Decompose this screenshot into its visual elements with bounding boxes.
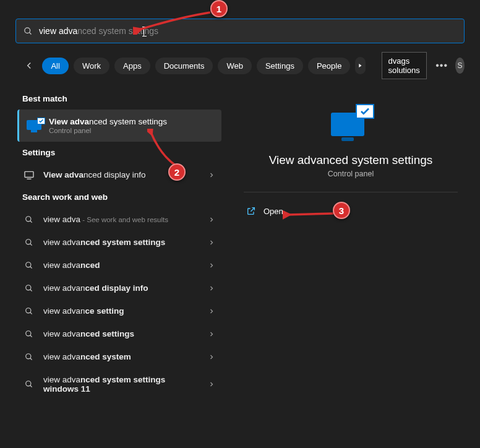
chevron-right-icon — [208, 285, 215, 292]
filter-work[interactable]: Work — [74, 58, 109, 74]
web-item-bold: nced settings — [80, 329, 134, 338]
search-icon — [25, 238, 33, 247]
svg-line-19 — [30, 386, 32, 387]
chevron-right-icon — [208, 239, 215, 246]
svg-line-7 — [30, 243, 32, 245]
settings-item[interactable]: View advanced display info — [17, 163, 221, 186]
web-item-pre: view advan — [43, 283, 85, 293]
search-icon — [25, 353, 33, 361]
chevron-right-icon — [208, 353, 215, 361]
web-summary-item[interactable]: view adva - See work and web results — [17, 208, 221, 231]
svg-line-9 — [30, 266, 32, 268]
more-button[interactable]: ••• — [435, 56, 448, 75]
svg-point-12 — [26, 308, 31, 312]
chevron-right-icon — [208, 330, 215, 338]
web-item[interactable]: view advanced settings — [17, 322, 221, 345]
svg-point-18 — [26, 381, 31, 386]
web-item[interactable]: view advance setting — [17, 299, 221, 322]
chevron-right-icon — [208, 171, 215, 179]
web-item-pre: view advan — [43, 306, 85, 316]
chevron-right-icon — [208, 216, 215, 223]
svg-point-14 — [26, 330, 31, 335]
web-item-pre: view adva — [43, 375, 80, 384]
search-icon — [25, 261, 33, 270]
web-item[interactable]: view advanced system settings windows 11 — [17, 368, 221, 400]
svg-line-13 — [30, 312, 32, 314]
filter-all[interactable]: All — [42, 58, 68, 74]
svg-line-15 — [30, 335, 32, 337]
web-item-bold: ce setting — [85, 306, 124, 316]
results-pane: Best match View advanced system settings… — [17, 88, 221, 400]
settings-header: Settings — [17, 142, 221, 163]
search-icon — [25, 330, 33, 338]
filter-row: All Work Apps Documents Web Settings Peo… — [0, 43, 480, 88]
web-item-pre: view adva — [43, 352, 80, 361]
open-icon — [246, 206, 256, 216]
settings-item-rest: nced display info — [84, 170, 146, 179]
back-button[interactable] — [24, 56, 35, 75]
best-match-text: View advanced system settings Control pa… — [49, 117, 167, 134]
chevron-right-icon — [208, 308, 215, 315]
svg-point-8 — [26, 262, 31, 267]
monitor-check-icon — [331, 106, 371, 141]
best-match-subtitle: Control panel — [49, 127, 167, 134]
svg-point-6 — [26, 239, 31, 244]
filter-scroll-right[interactable] — [355, 57, 365, 74]
svg-line-1 — [29, 32, 31, 34]
details-pane: View advanced system settings Control pa… — [230, 88, 471, 400]
caret-right-icon — [357, 62, 363, 69]
open-button[interactable]: Open — [239, 201, 463, 221]
filter-documents[interactable]: Documents — [155, 58, 213, 74]
chevron-right-icon — [208, 381, 215, 388]
details-title: View advanced system settings — [239, 153, 463, 167]
divider — [244, 192, 458, 192]
ellipsis-icon: ••• — [435, 60, 448, 71]
web-summary-rest: - See work and web results — [80, 216, 168, 223]
search-icon — [25, 284, 33, 293]
svg-line-17 — [30, 358, 32, 360]
annotation-badge-1: 1 — [210, 0, 228, 17]
search-icon — [24, 27, 33, 36]
web-item[interactable]: view advanced display info — [17, 277, 221, 299]
text-cursor-icon — [144, 27, 144, 36]
web-summary-bold: view adva — [43, 215, 80, 224]
search-icon — [25, 380, 33, 389]
web-item-pre: view adva — [43, 329, 80, 338]
web-item[interactable]: view advanced system settings — [17, 231, 221, 254]
web-header: Search work and web — [17, 186, 221, 208]
avatar[interactable]: S — [455, 58, 465, 74]
search-input[interactable]: view advanced system settings — [39, 26, 158, 36]
web-item-bold: nced system — [80, 352, 131, 361]
arrow-left-icon — [24, 60, 35, 71]
filter-settings[interactable]: Settings — [257, 58, 303, 74]
org-tag[interactable]: dvags solutions — [382, 52, 427, 79]
web-item-pre: view adva — [43, 261, 80, 270]
display-icon — [24, 171, 35, 179]
search-icon — [25, 215, 33, 224]
filter-people[interactable]: People — [308, 58, 350, 74]
svg-rect-2 — [25, 171, 33, 177]
monitor-check-icon — [27, 119, 43, 132]
search-icon — [25, 307, 33, 316]
svg-line-11 — [30, 289, 32, 291]
svg-point-4 — [26, 216, 31, 221]
web-item-pre: view adva — [43, 238, 80, 247]
web-item-bold: nced system settings — [80, 238, 165, 247]
best-match-title-bold: View adva — [49, 117, 89, 126]
settings-item-bold: View adva — [43, 170, 84, 179]
details-header: View advanced system settings Control pa… — [239, 106, 463, 178]
search-typed-text: view adva — [39, 26, 77, 36]
web-item-bold: nced — [80, 261, 100, 270]
web-item-bold: ced display info — [85, 283, 148, 293]
filter-apps[interactable]: Apps — [114, 58, 150, 74]
best-match-title-rest: nced system settings — [89, 117, 167, 126]
web-item[interactable]: view advanced — [17, 254, 221, 277]
search-bar[interactable]: view advanced system settings — [15, 19, 465, 43]
details-subtitle: Control panel — [239, 170, 463, 178]
svg-point-16 — [26, 353, 31, 358]
filter-web[interactable]: Web — [218, 58, 252, 74]
best-match-header: Best match — [17, 88, 221, 110]
svg-point-0 — [25, 27, 30, 33]
web-item[interactable]: view advanced system — [17, 345, 221, 368]
best-match-item[interactable]: View advanced system settings Control pa… — [17, 110, 221, 142]
